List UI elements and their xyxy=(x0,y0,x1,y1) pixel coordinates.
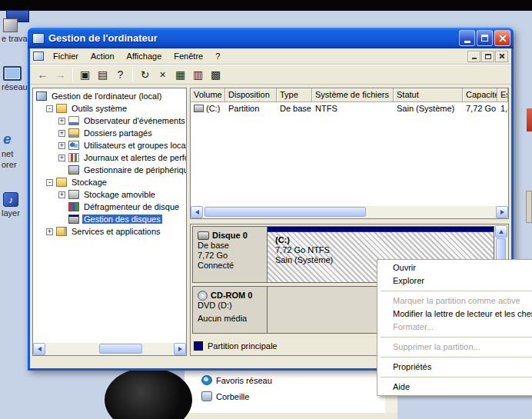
desktop: e trava réseau e net orer ♪ layer Favori… xyxy=(0,0,532,419)
menu-item-ouvrir[interactable]: Ouvrir xyxy=(379,261,532,274)
cdrom-0-header[interactable]: CD-ROM 0 DVD (D:) Aucun média xyxy=(193,287,268,333)
primary-partition-color-swatch xyxy=(194,341,203,351)
tree-item-stockage[interactable]: - Stockage xyxy=(33,176,186,188)
scroll-left-button[interactable] xyxy=(33,343,45,355)
menu-item-modifier-lettre-lecteur[interactable]: Modifier la lettre de lecteur et les che… xyxy=(379,308,532,321)
back-button[interactable]: ← xyxy=(34,66,52,82)
tree-item-corbeille[interactable]: Corbeille xyxy=(201,390,397,403)
close-button[interactable] xyxy=(494,30,510,46)
scroll-right-button[interactable] xyxy=(496,206,508,218)
expand-toggle[interactable]: + xyxy=(46,228,53,235)
close-icon xyxy=(499,54,504,59)
forward-button[interactable]: → xyxy=(52,66,69,82)
expand-toggle[interactable]: + xyxy=(58,155,65,161)
scrollbar-thumb[interactable] xyxy=(99,344,142,354)
status-cell: Sain (Système) xyxy=(394,104,463,113)
desktop-icon-favoris-reseau[interactable]: réseau xyxy=(0,66,29,91)
tree-item-utilisateurs-groupes[interactable]: + Utilisateurs et groupes locaux xyxy=(33,139,186,151)
desktop-icon-internet-explorer[interactable]: e net orer xyxy=(0,131,29,169)
column-header-disposition[interactable]: Disposition xyxy=(225,88,277,102)
tree-item-defragmenteur[interactable]: Défragmenteur de disque xyxy=(33,201,186,213)
internet-explorer-icon: e xyxy=(3,131,20,148)
column-header-volume[interactable]: Volume xyxy=(191,88,225,102)
tree-horizontal-scrollbar[interactable] xyxy=(33,343,186,355)
open-folder-button[interactable]: ▥ xyxy=(189,66,207,82)
removable-storage-icon xyxy=(68,190,79,199)
menu-fenetre[interactable]: Fenêtre xyxy=(168,49,209,63)
scroll-left-button[interactable] xyxy=(191,206,203,218)
tree-item-label: Gestionnaire de périphérique xyxy=(82,165,187,175)
tree-item-stockage-amovible[interactable]: + Stockage amovible xyxy=(33,188,186,201)
mdi-close-button[interactable] xyxy=(495,51,508,62)
column-header-type[interactable]: Type xyxy=(277,88,312,102)
close-icon xyxy=(499,35,507,42)
column-header-statut[interactable]: Statut xyxy=(394,88,463,102)
properties-button[interactable]: ▦ xyxy=(171,66,189,82)
minimize-button[interactable] xyxy=(459,30,475,46)
menu-item-marquer-partition-active: Marquer la partition comme active xyxy=(379,294,532,308)
scrollbar-track[interactable] xyxy=(203,206,496,218)
volume-list-horizontal-scrollbar[interactable] xyxy=(191,206,508,218)
tree-item-label: Stockage amovible xyxy=(82,190,157,199)
tree-item-observateur-evenements[interactable]: + Observateur d'événements xyxy=(33,115,186,127)
titlebar[interactable]: Gestion de l'ordinateur xyxy=(28,28,514,48)
expand-toggle[interactable]: + xyxy=(58,130,65,137)
column-header-espace[interactable]: Esp xyxy=(497,88,508,102)
tree-item-gestionnaire-peripheriques[interactable]: Gestionnaire de périphérique xyxy=(33,164,186,176)
type-cell: De base xyxy=(277,104,312,113)
views-button[interactable]: ▩ xyxy=(207,66,224,82)
computer-icon xyxy=(3,18,18,32)
desktop-icon-poste-de-travail[interactable]: e trava xyxy=(0,18,29,43)
tree-item-services-applications[interactable]: + Services et applications xyxy=(33,225,186,238)
help-button[interactable]: ? xyxy=(111,66,129,82)
recycle-bin-icon xyxy=(201,391,212,401)
partition-size-fs: 7,72 Go NTFS xyxy=(275,245,486,255)
mdi-buttons xyxy=(467,51,510,62)
minimize-icon xyxy=(472,58,477,59)
desktop-icon-label: net xyxy=(2,150,29,158)
menu-aide[interactable]: ? xyxy=(209,49,226,63)
black-round-object xyxy=(105,367,192,419)
tree-item-favoris-reseau[interactable]: Favoris réseau xyxy=(201,374,397,387)
column-header-capacite[interactable]: Capacité xyxy=(463,88,497,102)
expand-toggle[interactable]: + xyxy=(58,191,65,198)
menu-item-proprietes[interactable]: Propriétés xyxy=(379,361,532,374)
maximize-button[interactable] xyxy=(477,30,493,46)
tree-item-racine[interactable]: Gestion de l'ordinateur (local) xyxy=(33,90,186,102)
show-tree-button[interactable]: ▣ xyxy=(76,66,94,82)
filesystem-cell: NTFS xyxy=(312,104,394,113)
expand-toggle[interactable]: - xyxy=(46,179,53,186)
disk-0-header[interactable]: Disque 0 De base 7,72 Go Connecté xyxy=(193,227,268,282)
desktop-icon-media-player[interactable]: ♪ layer xyxy=(0,192,29,218)
window-title: Gestion de l'ordinateur xyxy=(48,32,457,44)
tree-item-journaux-alertes[interactable]: + Journaux et alertes de perfo xyxy=(33,151,186,164)
scrollbar-thumb[interactable] xyxy=(204,207,366,217)
export-list-button[interactable]: ▤ xyxy=(94,66,111,82)
expand-toggle[interactable]: + xyxy=(58,118,65,125)
expand-toggle[interactable]: + xyxy=(58,142,65,149)
cdrom-0-name: CD-ROM 0 xyxy=(211,291,252,301)
scroll-right-button[interactable] xyxy=(174,343,186,355)
tree-item-label: Utilisateurs et groupes locaux xyxy=(82,141,187,150)
menu-action[interactable]: Action xyxy=(85,49,121,63)
scroll-up-button[interactable] xyxy=(495,225,507,238)
tree-item-outils-systeme[interactable]: - Outils système xyxy=(33,102,186,115)
menu-fichier[interactable]: Fichier xyxy=(47,49,85,63)
refresh-button[interactable]: ↻ xyxy=(136,66,154,82)
menu-affichage[interactable]: Affichage xyxy=(121,49,168,63)
free-space-cell: 1,8 xyxy=(497,104,509,113)
table-row-volume-c[interactable]: (C:) Partition De base NTFS Sain (Systèm… xyxy=(191,102,508,115)
tree-item-gestion-des-disques[interactable]: Gestion des disques xyxy=(33,213,186,225)
mdi-minimize-button[interactable] xyxy=(467,51,480,62)
tree-item-dossiers-partages[interactable]: + Dossiers partagés xyxy=(33,127,186,139)
delete-button[interactable]: × xyxy=(154,66,171,82)
tree-item-label: Gestion de l'ordinateur (local) xyxy=(50,91,163,101)
scrollbar-track[interactable] xyxy=(45,343,174,355)
expand-toggle[interactable]: - xyxy=(46,105,53,112)
toolbar-separator xyxy=(72,68,73,81)
menu-item-supprimer-partition: Supprimer la partition... xyxy=(379,341,532,354)
mdi-restore-button[interactable] xyxy=(481,51,494,62)
menu-item-aide[interactable]: Aide xyxy=(379,381,532,394)
menu-item-explorer[interactable]: Explorer xyxy=(379,274,532,288)
column-header-systeme-fichiers[interactable]: Système de fichiers xyxy=(312,88,394,102)
